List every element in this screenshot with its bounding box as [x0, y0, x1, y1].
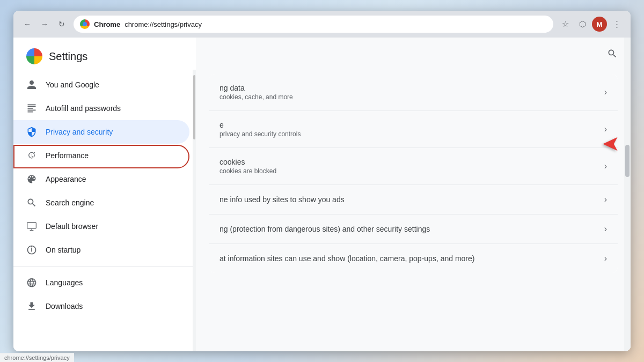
sidebar-item-on-startup[interactable]: On startup — [13, 238, 189, 262]
default-browser-icon — [26, 221, 37, 232]
sidebar-header: Settings — [13, 38, 196, 73]
sidebar-divider — [13, 266, 196, 267]
sidebar-item-languages[interactable]: Languages — [13, 271, 189, 294]
settings-item-3[interactable]: ne info used by sites to show you ads › — [209, 185, 618, 215]
reload-button[interactable]: ↻ — [54, 17, 69, 32]
performance-label: Performance — [46, 151, 89, 160]
settings-item-arrow-0: › — [604, 87, 607, 97]
settings-item-4[interactable]: ng (protection from dangerous sites) and… — [209, 215, 618, 244]
settings-item-1[interactable]: eprivacy and security controls › — [209, 111, 618, 148]
languages-label: Languages — [46, 278, 83, 287]
downloads-label: Downloads — [46, 302, 83, 311]
sidebar-item-search-engine[interactable]: Search engine — [13, 191, 189, 215]
main-scrollbar-thumb — [625, 145, 630, 177]
settings-item-5[interactable]: at information sites can use and show (l… — [209, 244, 618, 273]
appearance-label: Appearance — [46, 175, 86, 183]
url-text: chrome://settings/privacy — [125, 20, 202, 28]
settings-item-0[interactable]: ng datacookies, cache, and more › — [209, 74, 618, 111]
settings-item-arrow-5: › — [604, 254, 607, 263]
autofill-label: Autofill and passwords — [46, 104, 121, 113]
main-content: ➤ ng datacookies, cache, and more › epri… — [196, 38, 631, 351]
settings-item-text-5: at information sites can use and show (l… — [219, 254, 604, 263]
user-avatar[interactable]: M — [592, 17, 607, 32]
forward-button[interactable]: → — [37, 17, 52, 32]
settings-item-text-0: ng datacookies, cache, and more — [219, 84, 604, 101]
browser-frame: ← → ↻ Chrome chrome://settings/privacy ☆… — [13, 11, 631, 351]
shield-icon — [26, 127, 37, 137]
search-engine-label: Search engine — [46, 198, 94, 207]
on-startup-label: On startup — [46, 246, 80, 254]
sidebar-item-privacy[interactable]: Privacy and security — [13, 120, 189, 144]
settings-title: Settings — [49, 50, 87, 63]
settings-item-arrow-2: › — [604, 161, 607, 171]
more-button[interactable]: ⋮ — [609, 17, 624, 32]
sidebar-item-appearance[interactable]: Appearance — [13, 167, 189, 191]
settings-item-text-3: ne info used by sites to show you ads — [219, 195, 604, 204]
main-header — [196, 38, 631, 70]
sidebar-item-you-and-google[interactable]: You and Google — [13, 73, 189, 97]
settings-item-text-1: eprivacy and security controls — [219, 121, 604, 138]
back-button[interactable]: ← — [20, 17, 35, 32]
title-bar: ← → ↻ Chrome chrome://settings/privacy ☆… — [13, 11, 631, 38]
settings-area: ng datacookies, cache, and more › epriva… — [209, 74, 618, 273]
settings-item-text-4: ng (protection from dangerous sites) and… — [219, 225, 604, 233]
chrome-label: Chrome — [94, 20, 120, 28]
performance-icon — [26, 150, 37, 161]
toolbar-icons: ☆ ⬡ M ⋮ — [558, 17, 624, 32]
sidebar-item-default-browser[interactable]: Default browser — [13, 215, 189, 238]
you-and-google-label: You and Google — [46, 80, 99, 89]
settings-item-arrow-3: › — [604, 195, 607, 204]
person-icon — [26, 79, 37, 90]
page-content: Settings You and Google Autofill and pas… — [13, 38, 631, 351]
red-arrow-container: ➤ — [602, 131, 620, 156]
chrome-icon — [80, 19, 90, 29]
red-arrow: ➤ — [602, 131, 620, 156]
nav-buttons: ← → ↻ — [20, 17, 69, 32]
address-bar[interactable]: Chrome chrome://settings/privacy — [74, 16, 553, 33]
sidebar: Settings You and Google Autofill and pas… — [13, 38, 196, 351]
settings-item-text-2: cookiescookies are blocked — [219, 158, 604, 175]
privacy-label: Privacy and security — [46, 128, 113, 136]
downloads-icon — [26, 301, 37, 312]
sidebar-item-performance[interactable]: Performance — [13, 144, 189, 167]
sidebar-item-downloads[interactable]: Downloads — [13, 294, 189, 318]
google-logo — [26, 48, 42, 64]
bookmark-button[interactable]: ☆ — [558, 17, 573, 32]
sidebar-scrollbar-thumb — [193, 75, 195, 139]
search-button[interactable] — [603, 44, 622, 63]
main-scrollbar — [624, 38, 631, 351]
sidebar-scroll[interactable]: You and Google Autofill and passwords Pr… — [13, 73, 196, 349]
svg-rect-0 — [27, 223, 36, 229]
settings-item-arrow-4: › — [604, 224, 607, 234]
autofill-icon — [26, 103, 37, 114]
languages-icon — [26, 277, 37, 288]
appearance-icon — [26, 174, 37, 184]
settings-item-2[interactable]: cookiescookies are blocked › — [209, 148, 618, 185]
startup-icon — [26, 245, 37, 255]
extensions-button[interactable]: ⬡ — [575, 17, 590, 32]
default-browser-label: Default browser — [46, 222, 98, 231]
search-engine-icon — [26, 197, 37, 208]
sidebar-item-autofill[interactable]: Autofill and passwords — [13, 97, 189, 120]
